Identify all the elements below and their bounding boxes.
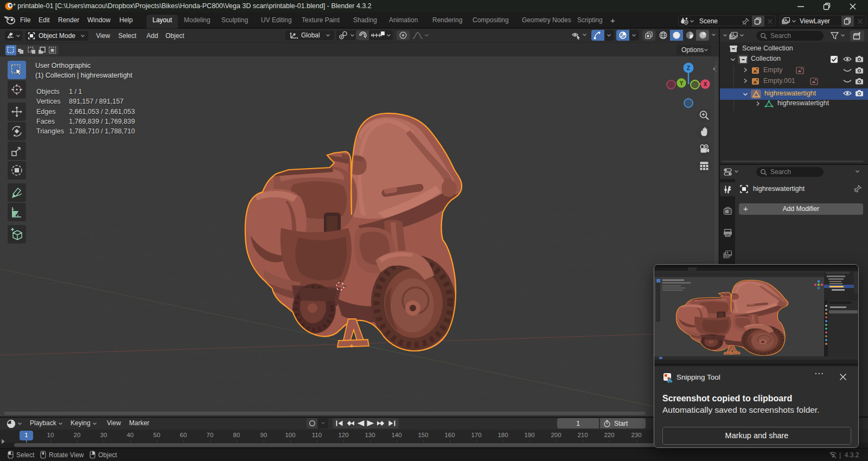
svg-text:Z: Z	[687, 65, 691, 71]
svg-text:X: X	[704, 81, 707, 87]
svg-text:Y: Y	[680, 80, 684, 86]
